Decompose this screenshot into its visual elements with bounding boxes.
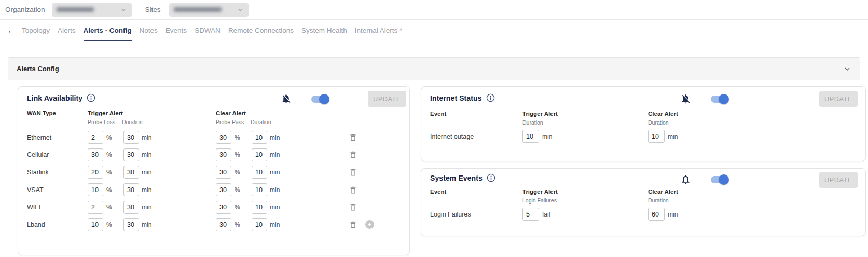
percent-unit: %	[235, 169, 252, 176]
back-button[interactable]: ←	[7, 26, 16, 35]
trigger-duration-input[interactable]	[123, 201, 139, 214]
delete-row-icon[interactable]	[349, 185, 357, 195]
clear-duration-input[interactable]	[252, 183, 267, 196]
clear-duration-input[interactable]	[252, 201, 267, 214]
clear-alert-header: Clear Alert	[648, 111, 678, 117]
link-availability-titlebar: Link Availability	[18, 87, 409, 102]
clear-duration-input[interactable]	[252, 131, 267, 144]
percent-unit: %	[106, 186, 123, 194]
probe-loss-input[interactable]	[88, 201, 103, 214]
tab-alerts[interactable]: Alerts	[58, 20, 76, 41]
percent-unit: %	[106, 204, 123, 211]
probe-pass-input[interactable]	[216, 166, 231, 179]
bell-icon[interactable]	[680, 174, 691, 185]
probe-loss-input[interactable]	[88, 183, 103, 196]
tab-internal-alerts[interactable]: Internal Alerts *	[355, 20, 403, 41]
probe-loss-input[interactable]	[88, 148, 103, 161]
min-unit: min	[668, 133, 678, 140]
min-unit: min	[142, 204, 157, 211]
clear-duration-input[interactable]	[648, 130, 665, 143]
tab-topology[interactable]: Topology	[22, 20, 50, 41]
percent-unit: %	[235, 221, 252, 228]
clear-duration-input[interactable]	[252, 218, 267, 231]
clear-duration-input[interactable]	[252, 148, 267, 161]
percent-unit: %	[235, 134, 252, 141]
min-unit: min	[542, 133, 552, 140]
enable-toggle[interactable]	[711, 174, 729, 185]
tab-navigation: ← TopologyAlertsAlerts - ConfigNotesEven…	[0, 20, 868, 41]
tab-remote-connections[interactable]: Remote Connections	[228, 20, 294, 41]
probe-loss-input[interactable]	[88, 218, 103, 231]
info-icon[interactable]	[87, 93, 95, 102]
table-row: Ethernet % min % min	[18, 129, 409, 146]
chevron-down-icon	[120, 6, 127, 13]
percent-unit: %	[235, 204, 252, 211]
system-events-row: Login Failures fail min	[421, 207, 865, 221]
trigger-duration-input[interactable]	[123, 183, 139, 196]
probe-pass-input[interactable]	[216, 183, 231, 196]
min-unit: min	[270, 221, 285, 228]
probe-loss-input[interactable]	[88, 166, 103, 179]
delete-row-icon[interactable]	[349, 150, 357, 159]
collapse-chevron-icon[interactable]	[843, 65, 851, 73]
bell-off-icon[interactable]	[281, 93, 292, 104]
tab-notes[interactable]: Notes	[140, 20, 158, 41]
tab-events[interactable]: Events	[166, 20, 187, 41]
link-availability-card: Link Availability UPDATE WAN Type Trigge…	[18, 86, 410, 255]
delete-row-icon[interactable]	[349, 202, 357, 212]
card-title: Internet Status	[430, 94, 482, 102]
wan-table-header: WAN Type Trigger Alert Probe Loss Durati…	[18, 110, 409, 125]
duration-subheader: Duration	[648, 197, 678, 204]
tab-system-health[interactable]: System Health	[301, 20, 347, 41]
add-row-button[interactable]	[365, 220, 374, 229]
delete-row-icon[interactable]	[349, 133, 357, 142]
tab-alerts-config[interactable]: Alerts - Config	[84, 20, 132, 41]
organization-select[interactable]	[52, 3, 132, 17]
trigger-duration-input[interactable]	[123, 131, 139, 144]
probe-loss-subheader: Probe Loss	[88, 119, 122, 125]
toggle-thumb	[719, 174, 729, 185]
redacted-site-value	[174, 7, 222, 12]
min-unit: min	[270, 151, 285, 158]
update-button[interactable]: UPDATE	[819, 172, 858, 188]
probe-pass-input[interactable]	[216, 148, 231, 161]
top-bar: Organization Sites	[0, 0, 868, 20]
info-icon[interactable]	[486, 93, 495, 102]
probe-pass-input[interactable]	[216, 201, 231, 214]
bell-off-icon[interactable]	[680, 93, 691, 104]
update-button[interactable]: UPDATE	[819, 91, 858, 107]
info-icon[interactable]	[487, 173, 495, 182]
probe-loss-input[interactable]	[88, 131, 103, 144]
percent-unit: %	[106, 134, 123, 141]
trigger-duration-input[interactable]	[123, 148, 139, 161]
probe-pass-input[interactable]	[216, 218, 231, 231]
trigger-alert-header: Trigger Alert	[88, 110, 216, 116]
internet-status-row: Internet outage min min	[421, 129, 865, 143]
sites-label: Sites	[145, 6, 161, 13]
event-label: Login Failures	[430, 211, 522, 218]
delete-row-icon[interactable]	[349, 220, 357, 229]
system-events-table-header: Event Trigger Alert Login Failures Clear…	[421, 188, 865, 204]
min-unit: min	[270, 134, 285, 141]
trigger-duration-input[interactable]	[123, 166, 139, 179]
trigger-duration-input[interactable]	[522, 130, 539, 143]
update-button[interactable]: UPDATE	[368, 91, 406, 107]
trigger-duration-input[interactable]	[123, 218, 139, 231]
clear-duration-input[interactable]	[252, 166, 267, 179]
sites-select[interactable]	[169, 3, 249, 17]
min-unit: min	[142, 151, 157, 158]
wan-type-column-header: WAN Type	[27, 110, 88, 125]
system-events-titlebar: System Events	[421, 169, 865, 182]
probe-pass-input[interactable]	[216, 131, 231, 144]
tab-sdwan[interactable]: SDWAN	[195, 20, 221, 41]
enable-toggle[interactable]	[311, 94, 329, 104]
min-unit: min	[270, 186, 285, 194]
clear-duration-input[interactable]	[648, 208, 665, 221]
login-failures-input[interactable]	[522, 208, 539, 221]
trigger-alert-header: Trigger Alert	[522, 111, 648, 117]
wan-type-label: Cellular	[27, 151, 88, 158]
delete-row-icon[interactable]	[349, 168, 357, 177]
enable-toggle[interactable]	[711, 94, 729, 104]
percent-unit: %	[106, 151, 123, 158]
percent-unit: %	[106, 221, 123, 228]
